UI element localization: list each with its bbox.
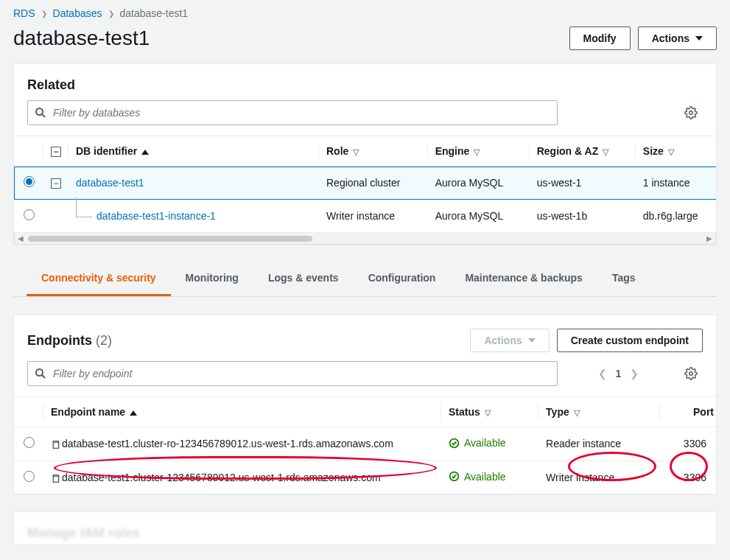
endpoints-search — [27, 361, 558, 386]
sort-asc-icon — [141, 150, 149, 155]
cell-region: us-west-1 — [530, 167, 636, 200]
caret-down-icon — [695, 36, 703, 41]
cell-port: 3306 — [660, 461, 716, 494]
page-prev-icon[interactable]: ❮ — [598, 368, 607, 379]
col-size[interactable]: Size▽ — [636, 136, 716, 167]
col-port[interactable]: Port — [660, 397, 716, 427]
cell-region: us-west-1b — [530, 200, 636, 233]
page-next-icon[interactable]: ❯ — [630, 368, 639, 379]
col-engine[interactable]: Engine▽ — [428, 136, 530, 167]
col-select — [14, 397, 43, 427]
col-type[interactable]: Type▽ — [538, 397, 660, 427]
scroll-left-icon[interactable]: ◀ — [15, 234, 27, 242]
svg-rect-6 — [53, 442, 58, 448]
scroll-thumb[interactable] — [28, 236, 312, 242]
cell-port: 3306 — [660, 427, 716, 461]
cell-type: Writer instance — [538, 461, 660, 494]
related-title: Related — [14, 77, 716, 100]
related-table-wrap: − DB identifier Role▽ Engine▽ Region & A… — [14, 136, 716, 233]
horizontal-scrollbar[interactable]: ◀ ▶ — [14, 233, 716, 245]
modify-button[interactable]: Modify — [569, 27, 631, 50]
row-radio[interactable] — [24, 209, 35, 220]
svg-point-3 — [36, 369, 43, 376]
table-row[interactable]: − database-test1 Regional cluster Aurora… — [14, 167, 716, 200]
breadcrumb-root[interactable]: RDS — [13, 7, 35, 19]
filter-icon: ▽ — [603, 147, 608, 157]
breadcrumb: RDS ❯ Databases ❯ database-test1 — [0, 0, 730, 24]
endpoint-name: database-test1.cluster-ro-123456789012.u… — [62, 438, 393, 449]
tab-monitoring[interactable]: Monitoring — [171, 262, 253, 296]
chevron-right-icon: ❯ — [108, 10, 114, 18]
tree-indent-icon — [76, 217, 92, 217]
col-region-az[interactable]: Region & AZ▽ — [530, 136, 636, 167]
tab-configuration[interactable]: Configuration — [354, 262, 451, 296]
tab-connectivity-security[interactable]: Connectivity & security — [27, 262, 171, 296]
check-circle-icon — [449, 438, 460, 449]
filter-icon: ▽ — [485, 408, 491, 418]
actions-label: Actions — [484, 335, 522, 346]
copy-icon[interactable] — [51, 474, 60, 483]
endpoints-actions-button[interactable]: Actions — [470, 329, 549, 352]
endpoints-table-wrap: Endpoint name Status▽ Type▽ Port databas… — [14, 396, 716, 494]
endpoints-table: Endpoint name Status▽ Type▽ Port databas… — [14, 396, 716, 494]
col-status[interactable]: Status▽ — [441, 397, 538, 427]
related-filter-input[interactable] — [27, 100, 558, 125]
check-circle-icon — [449, 471, 460, 482]
row-radio[interactable] — [24, 471, 35, 482]
related-search — [27, 100, 558, 125]
sort-asc-icon — [130, 410, 137, 416]
endpoints-title: Endpoints (2) — [27, 333, 112, 349]
settings-button[interactable] — [679, 101, 703, 125]
col-db-identifier[interactable]: DB identifier — [69, 136, 319, 167]
create-custom-endpoint-button[interactable]: Create custom endpoint — [557, 329, 703, 352]
svg-point-5 — [689, 372, 693, 376]
search-icon — [35, 107, 46, 119]
table-row[interactable]: database-test1-instance-1 Writer instanc… — [14, 200, 716, 233]
page-number: 1 — [616, 368, 622, 379]
tab-logs-events[interactable]: Logs & events — [253, 262, 354, 296]
db-identifier-link[interactable]: database-test1 — [76, 177, 144, 189]
col-role[interactable]: Role▽ — [319, 136, 428, 167]
status-badge: Available — [449, 471, 506, 483]
actions-dropdown-button[interactable]: Actions — [638, 27, 717, 50]
table-row[interactable]: database-test1.cluster-123456789012.us-w… — [14, 461, 716, 494]
tab-maintenance-backups[interactable]: Maintenance & backups — [450, 262, 597, 296]
filter-icon: ▽ — [574, 408, 580, 418]
pagination: ❮ 1 ❯ — [598, 368, 639, 379]
col-expand[interactable]: − — [43, 136, 69, 167]
related-panel: Related − DB identifier Role▽ Engine▽ Re… — [13, 63, 717, 245]
table-row[interactable]: database-test1.cluster-ro-123456789012.u… — [14, 427, 716, 461]
endpoints-panel: Endpoints (2) Actions Create custom endp… — [13, 315, 717, 495]
db-identifier-link[interactable]: database-test1-instance-1 — [96, 210, 216, 222]
breadcrumb-databases[interactable]: Databases — [53, 7, 102, 19]
copy-icon[interactable] — [51, 440, 60, 449]
endpoint-name: database-test1.cluster-123456789012.us-w… — [62, 472, 381, 483]
gear-icon — [684, 367, 698, 380]
scroll-right-icon[interactable]: ▶ — [703, 234, 715, 242]
filter-icon: ▽ — [353, 147, 359, 157]
col-select — [14, 136, 43, 167]
actions-label: Actions — [652, 32, 689, 44]
cell-role: Regional cluster — [319, 167, 428, 200]
collapse-icon[interactable]: − — [51, 178, 61, 189]
cell-engine: Aurora MySQL — [428, 200, 530, 233]
detail-tabs: Connectivity & security Monitoring Logs … — [13, 262, 717, 297]
page-title: database-test1 — [13, 27, 150, 50]
tab-tags[interactable]: Tags — [597, 262, 650, 296]
svg-line-4 — [42, 375, 45, 378]
row-radio[interactable] — [24, 437, 35, 448]
filter-icon: ▽ — [668, 147, 674, 157]
endpoints-filter-input[interactable] — [27, 361, 558, 386]
gear-icon — [684, 106, 698, 119]
filter-icon: ▽ — [474, 147, 480, 157]
search-icon — [35, 368, 46, 379]
breadcrumb-current: database-test1 — [120, 7, 189, 19]
page-header: database-test1 Modify Actions — [0, 24, 730, 63]
chevron-right-icon: ❯ — [41, 10, 47, 18]
col-endpoint-name[interactable]: Endpoint name — [43, 397, 441, 427]
row-radio[interactable] — [24, 176, 35, 187]
related-table: − DB identifier Role▽ Engine▽ Region & A… — [14, 136, 716, 233]
cell-size: 1 instance — [636, 167, 716, 200]
cell-engine: Aurora MySQL — [428, 167, 530, 200]
settings-button[interactable] — [679, 362, 703, 385]
